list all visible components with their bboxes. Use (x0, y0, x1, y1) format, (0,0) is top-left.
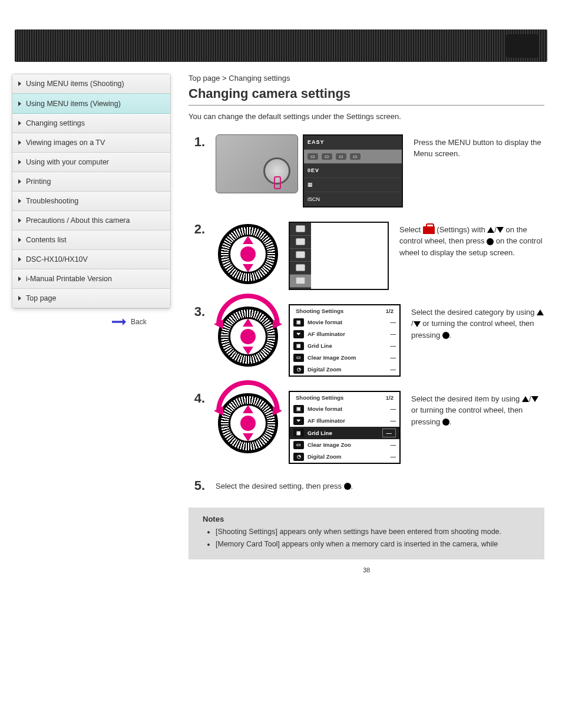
title-banner (15, 29, 547, 62)
chevron-right-icon (18, 199, 21, 203)
chevron-right-icon (18, 101, 21, 106)
sidebar-item[interactable]: Changing settings (12, 114, 170, 133)
notes-list: [Shooting Settings] appears only when se… (203, 527, 530, 550)
chevron-right-icon (18, 238, 21, 242)
step-figures: Shooting Settings1/2▣Movie format—⏷AF Il… (216, 304, 401, 377)
triangle-up-icon (487, 227, 494, 233)
back-link[interactable]: Back (12, 318, 171, 326)
control-wheel-figure (216, 222, 280, 286)
triangle-up-icon (522, 396, 529, 402)
step: 5.Select the desired setting, then press… (189, 478, 544, 493)
sidebar-item-label: Precautions / About this camera (26, 216, 130, 225)
lcd-menu-figure: EASY▭▭▭▭0EV▦iSCN (303, 134, 403, 207)
sidebar-item-label: DSC-HX10/HX10V (26, 255, 88, 263)
step-figures (216, 222, 389, 290)
page-number: 38 (189, 566, 544, 574)
step-number: 2. (189, 222, 205, 237)
breadcrumb: Top page > Changing settings (189, 74, 544, 83)
settings-panel-figure: Shooting Settings1/2▣Movie format—⏷AF Il… (289, 304, 401, 377)
intro-text: You can change the default settings unde… (189, 111, 544, 123)
sidebar-item[interactable]: Using with your computer (12, 153, 170, 172)
center-button-icon (442, 419, 449, 426)
sidebar-item-label: i-Manual Printable Version (26, 275, 112, 283)
step-instruction: Select the desired setting, then press . (216, 482, 353, 490)
chevron-right-icon (18, 81, 21, 86)
sidebar-item-label: Changing settings (26, 119, 85, 127)
chevron-right-icon (18, 218, 21, 223)
lcd-scroll-figure (289, 222, 389, 290)
step-figures: EASY▭▭▭▭0EV▦iSCN (216, 134, 403, 207)
sidebar-item-label: Troubleshooting (26, 197, 78, 205)
back-label: Back (131, 318, 147, 326)
step: 4.Shooting Settings1/2▣Movie format—⏷AF … (189, 391, 544, 464)
back-arrow-icon (112, 318, 126, 325)
step-number: 3. (189, 304, 205, 319)
sidebar-item-label: Printing (26, 177, 51, 186)
chevron-right-icon (18, 296, 21, 301)
chevron-right-icon (18, 121, 21, 126)
notes-box: Notes [Shooting Settings] appears only w… (189, 508, 544, 559)
sidebar-item-label: Using MENU items (Shooting) (26, 80, 124, 88)
note-item: [Memory Card Tool] appears only when a m… (216, 539, 530, 550)
triangle-down-icon (531, 396, 538, 402)
sidebar-item[interactable]: Viewing images on a TV (12, 133, 170, 153)
step: 3.Shooting Settings1/2▣Movie format—⏷AF … (189, 304, 544, 377)
step-instruction: Select (Settings) with / on the control … (399, 225, 543, 257)
sidebar-item[interactable]: Precautions / About this camera (12, 211, 170, 230)
center-button-icon (344, 483, 351, 490)
chevron-right-icon (18, 276, 21, 281)
menu-button-highlight (274, 176, 281, 189)
note-item: [Shooting Settings] appears only when se… (216, 527, 530, 538)
step-number: 4. (189, 391, 205, 406)
chevron-right-icon (18, 179, 21, 184)
sidebar: Using MENU items (Shooting)Using MENU it… (12, 74, 171, 309)
triangle-down-icon (497, 227, 504, 233)
triangle-up-icon (537, 309, 544, 315)
step: 1.EASY▭▭▭▭0EV▦iSCNPress the MENU button … (189, 134, 544, 207)
step-number: 1. (189, 134, 205, 150)
camera-body-figure (216, 134, 298, 193)
chevron-right-icon (18, 140, 21, 145)
chevron-right-icon (18, 160, 21, 164)
sidebar-item-label: Viewing images on a TV (26, 139, 105, 147)
sidebar-item[interactable]: Top page (12, 289, 170, 308)
notes-title: Notes (203, 515, 530, 523)
control-wheel-figure (216, 391, 280, 456)
step-figures: Shooting Settings1/2▣Movie format—⏷AF Il… (216, 391, 401, 464)
sidebar-item[interactable]: i-Manual Printable Version (12, 269, 170, 289)
title-rule (189, 105, 544, 106)
step-instruction: Press the MENU button to display the Men… (414, 138, 541, 159)
step-instruction: Select the desired item by using / or tu… (411, 394, 538, 426)
sidebar-item-label: Using with your computer (26, 158, 109, 166)
toolbox-icon (423, 226, 435, 234)
sidebar-item[interactable]: Printing (12, 172, 170, 192)
sidebar-item[interactable]: Using MENU items (Viewing) (12, 94, 170, 114)
sidebar-item[interactable]: DSC-HX10/HX10V (12, 250, 170, 269)
sidebar-item-label: Using MENU items (Viewing) (26, 100, 121, 108)
center-button-icon (442, 332, 449, 339)
page-title: Changing camera settings (189, 86, 544, 101)
banner-block (506, 34, 538, 58)
sidebar-item[interactable]: Contents list (12, 230, 170, 250)
step: 2.Select (Settings) with / on the contro… (189, 222, 544, 290)
step-instruction: Select the desired category by using / o… (411, 308, 544, 340)
sidebar-item-label: Contents list (26, 236, 67, 244)
sidebar-item-label: Top page (26, 294, 56, 302)
chevron-right-icon (18, 257, 21, 262)
triangle-down-icon (414, 321, 421, 327)
sidebar-item[interactable]: Troubleshooting (12, 192, 170, 211)
settings-panel-figure: Shooting Settings1/2▣Movie format—⏷AF Il… (289, 391, 401, 464)
center-button-icon (487, 238, 494, 245)
sidebar-item[interactable]: Using MENU items (Shooting) (12, 74, 170, 94)
control-wheel-figure (216, 304, 280, 369)
step-number: 5. (189, 478, 205, 493)
